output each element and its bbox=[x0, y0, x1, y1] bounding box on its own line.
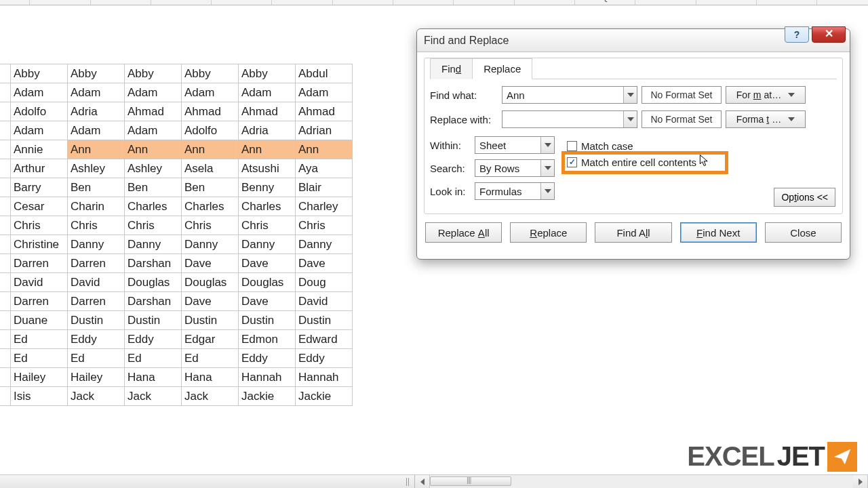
cell[interactable]: Jackie bbox=[239, 387, 296, 406]
cell[interactable]: Ben bbox=[68, 178, 125, 197]
cell[interactable]: Jackie bbox=[296, 387, 353, 406]
cell[interactable]: Darshan bbox=[125, 292, 182, 311]
cell[interactable]: Chris bbox=[11, 216, 68, 235]
cell[interactable]: Dave bbox=[239, 292, 296, 311]
cell[interactable]: ey bbox=[0, 368, 11, 387]
cell[interactable]: stine bbox=[0, 235, 11, 254]
dialog-titlebar[interactable]: Find and Replace ? ✕ bbox=[417, 29, 850, 52]
find-all-button[interactable]: Find All bbox=[595, 222, 671, 243]
close-icon[interactable]: ✕ bbox=[812, 26, 846, 43]
cell[interactable]: Atsushi bbox=[239, 159, 296, 178]
cell[interactable]: Doug bbox=[296, 273, 353, 292]
cell[interactable]: m bbox=[0, 102, 11, 121]
cell[interactable]: Arthur bbox=[11, 159, 68, 178]
search-select[interactable]: By Rows bbox=[475, 159, 555, 177]
cell[interactable]: Adam bbox=[11, 83, 68, 102]
cell[interactable]: Hana bbox=[125, 368, 182, 387]
cell[interactable]: Hana bbox=[182, 368, 239, 387]
help-button[interactable]: ? bbox=[785, 26, 809, 43]
chevron-down-icon[interactable] bbox=[623, 111, 637, 127]
cell[interactable]: Dustin bbox=[296, 311, 353, 330]
spreadsheet-grid[interactable]: AbbyAbbyAbbyAbbyAbbyAbdulmAdamAdamAdamAd… bbox=[0, 64, 353, 406]
column-header[interactable]: G bbox=[0, 0, 30, 5]
cell[interactable]: Chris bbox=[68, 216, 125, 235]
tab-replace[interactable]: Replace bbox=[472, 58, 532, 79]
cell[interactable]: Adam bbox=[239, 83, 296, 102]
cell[interactable]: Darren bbox=[68, 292, 125, 311]
cell[interactable]: Dave bbox=[182, 292, 239, 311]
cell[interactable]: Blair bbox=[296, 178, 353, 197]
cell[interactable]: Dustin bbox=[125, 311, 182, 330]
cell[interactable]: Charles bbox=[239, 197, 296, 216]
find-format-button[interactable]: Format… bbox=[726, 86, 806, 104]
cell[interactable]: Asela bbox=[182, 159, 239, 178]
cell[interactable]: Abby bbox=[68, 64, 125, 83]
column-header[interactable]: I bbox=[91, 0, 151, 5]
cell[interactable]: Douglas bbox=[239, 273, 296, 292]
cell[interactable]: s bbox=[0, 216, 11, 235]
cell[interactable]: David bbox=[68, 273, 125, 292]
cell[interactable]: Aya bbox=[296, 159, 353, 178]
cell[interactable]: David bbox=[296, 292, 353, 311]
column-header[interactable]: T bbox=[757, 0, 817, 5]
cell[interactable]: Annie bbox=[11, 140, 68, 159]
cell[interactable]: Jack bbox=[125, 387, 182, 406]
column-header[interactable]: Q bbox=[575, 0, 635, 5]
cell[interactable]: Ann bbox=[68, 140, 125, 159]
cell[interactable]: Abby bbox=[182, 64, 239, 83]
within-select[interactable]: Sheet bbox=[475, 136, 555, 154]
cell[interactable]: Darren bbox=[11, 292, 68, 311]
scroll-track[interactable] bbox=[430, 475, 853, 488]
cell[interactable]: d bbox=[0, 273, 11, 292]
column-header[interactable]: M bbox=[333, 0, 393, 5]
cell[interactable]: Adam bbox=[125, 121, 182, 140]
scroll-thumb[interactable] bbox=[430, 476, 511, 486]
cell[interactable]: Dustin bbox=[182, 311, 239, 330]
cell[interactable]: Hailey bbox=[11, 368, 68, 387]
lookin-select[interactable]: Formulas bbox=[475, 182, 555, 200]
cell[interactable]: Duane bbox=[11, 311, 68, 330]
cell[interactable]: Adam bbox=[11, 121, 68, 140]
cell[interactable]: m bbox=[0, 83, 11, 102]
cell[interactable]: Ann bbox=[182, 140, 239, 159]
cell[interactable]: Charley bbox=[296, 197, 353, 216]
cell[interactable]: Jack bbox=[182, 387, 239, 406]
options-button[interactable]: Options << bbox=[774, 188, 835, 207]
replace-format-button[interactable]: Format… bbox=[726, 110, 806, 128]
column-header[interactable]: S bbox=[696, 0, 757, 5]
cell[interactable]: Chris bbox=[125, 216, 182, 235]
match-entire-checkbox[interactable]: Match entire cell contents bbox=[567, 154, 837, 170]
cell[interactable]: Hannah bbox=[239, 368, 296, 387]
cell[interactable]: Ahmad bbox=[182, 102, 239, 121]
cell[interactable]: Ed bbox=[11, 330, 68, 349]
cell[interactable]: Eddy bbox=[68, 330, 125, 349]
column-header[interactable]: H bbox=[30, 0, 90, 5]
horizontal-scrollbar[interactable] bbox=[0, 474, 868, 488]
column-header[interactable]: P bbox=[515, 0, 575, 5]
cell[interactable]: Eddy bbox=[125, 330, 182, 349]
cell[interactable]: Darren bbox=[11, 254, 68, 273]
cell[interactable]: Charin bbox=[68, 197, 125, 216]
cell[interactable]: Douglas bbox=[125, 273, 182, 292]
cell[interactable]: Ben bbox=[125, 178, 182, 197]
cell[interactable]: David bbox=[11, 273, 68, 292]
cell[interactable]: Chris bbox=[182, 216, 239, 235]
column-header[interactable]: R bbox=[635, 0, 696, 5]
sheet-tab-resize-grip[interactable] bbox=[0, 475, 415, 488]
cell[interactable]: Christine bbox=[11, 235, 68, 254]
find-next-button[interactable]: Find Next bbox=[680, 222, 757, 243]
scroll-right-button[interactable] bbox=[853, 475, 868, 488]
chevron-down-icon[interactable] bbox=[540, 183, 554, 199]
cell[interactable]: y bbox=[0, 140, 11, 159]
cell[interactable]: Ashley bbox=[68, 159, 125, 178]
find-what-input[interactable]: Ann bbox=[502, 86, 637, 104]
cell[interactable]: Ahmad bbox=[125, 102, 182, 121]
cell[interactable]: Charles bbox=[125, 197, 182, 216]
replace-button[interactable]: Replace bbox=[510, 222, 587, 243]
cell[interactable]: Dave bbox=[296, 254, 353, 273]
cell[interactable]: Adam bbox=[125, 83, 182, 102]
cell[interactable]: Danny bbox=[182, 235, 239, 254]
cell[interactable]: Danny bbox=[68, 235, 125, 254]
cell[interactable]: Abby bbox=[125, 64, 182, 83]
cell[interactable] bbox=[0, 387, 11, 406]
